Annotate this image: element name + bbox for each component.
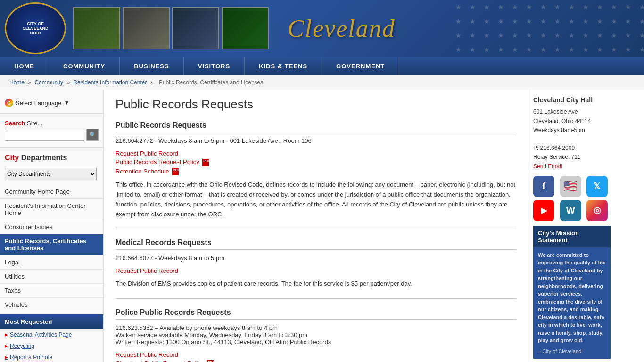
nav-kids-teens[interactable]: KIDS & TEENS <box>245 57 322 75</box>
sidebar-item-community-home[interactable]: Community Home Page <box>0 185 103 199</box>
city-label-red: City <box>5 154 19 162</box>
city-departments-title: City Departments <box>0 150 103 166</box>
wordpress-icon[interactable]: W <box>560 200 581 221</box>
breadcrumb-sep3: » <box>150 79 155 86</box>
mission-signature: – City of Cleveland <box>538 348 606 354</box>
sidebar-item-legal[interactable]: Legal <box>0 255 103 270</box>
breadcrumb-community[interactable]: Community <box>34 79 63 86</box>
request-public-record-link-1[interactable]: Request Public Record <box>116 150 516 157</box>
sidebar-item-utilities[interactable]: Utilities <box>0 270 103 284</box>
search-strong: Search <box>5 120 25 127</box>
nav-home[interactable]: HOME <box>0 57 49 75</box>
nav-community[interactable]: COMMUNITY <box>49 57 120 75</box>
logo-text: CITY OF CLEVELAND OHIO <box>22 21 48 35</box>
mission-text: We are committed to improving the qualit… <box>538 251 606 345</box>
main-nav: HOME COMMUNITY BUSINESS VISITORS KIDS & … <box>0 57 644 75</box>
city-hall-relay: Relay Service: 711 <box>533 153 611 162</box>
right-sidebar: Cleveland City Hall 601 Lakeside Ave Cle… <box>528 90 615 362</box>
request-public-record-link-3[interactable]: Request Public Record <box>116 351 516 358</box>
most-requested-recycling[interactable]: Recycling <box>0 340 103 352</box>
section-public-records: Public Records Requests 216.664.2772 - W… <box>116 121 516 219</box>
most-requested-header: Most Requested <box>0 314 103 329</box>
sidebar-item-taxes[interactable]: Taxes <box>0 284 103 298</box>
mission-title: City's Mission Statement <box>533 226 611 247</box>
sidebar-divider-1 <box>0 113 103 114</box>
police-records-contact: 216.623.5352 – Available by phone weekda… <box>116 324 516 346</box>
header-photos <box>73 7 269 49</box>
most-requested-pothole[interactable]: Report a Pothole <box>0 352 103 362</box>
nav-business[interactable]: BUSINESS <box>120 57 183 75</box>
police-records-title: Police Public Records Requests <box>116 308 516 320</box>
city-hall-phone: P: 216.664.2000 <box>533 144 611 153</box>
breadcrumb-sep2: » <box>66 79 71 86</box>
city-hall-hours: Weekdays 8am-5pm <box>533 126 611 135</box>
rock-hall-photo <box>172 7 219 49</box>
search-label: Search Site... <box>0 116 103 129</box>
divider-2 <box>116 298 516 299</box>
section-police-records: Police Public Records Requests 216.623.5… <box>116 308 516 362</box>
sidebar-item-public-records[interactable]: Public Records, Certificates and License… <box>0 234 103 255</box>
page-title: Public Records Requests <box>116 97 516 112</box>
language-selector[interactable]: G Select Language ▼ <box>0 95 103 111</box>
section-medical-records: Medical Records Requests 216.664.6077 - … <box>116 239 516 289</box>
pdf-icon-1: PDF <box>202 159 209 166</box>
city-hall-info: Cleveland City Hall 601 Lakeside Ave Cle… <box>533 95 611 171</box>
search-row: 🔍 <box>0 129 103 145</box>
social-icons-grid: f 🇺🇸 𝕏 ▶ W ◎ <box>533 176 611 221</box>
request-public-record-link-2[interactable]: Request Public Record <box>116 267 516 274</box>
youtube-icon[interactable]: ▶ <box>533 200 554 221</box>
pdf-icon-3: PDF <box>207 360 214 362</box>
city-hall-address1: 601 Lakeside Ave <box>533 107 611 116</box>
search-input[interactable] <box>5 129 84 141</box>
lang-dropdown-arrow[interactable]: ▼ <box>64 99 70 106</box>
city-title: Cleveland <box>288 15 396 42</box>
facebook-icon[interactable]: f <box>533 176 554 197</box>
search-site-label: Site... <box>27 120 42 127</box>
city-departments-dropdown[interactable]: City Departments <box>5 168 97 180</box>
sidebar-divider-2 <box>0 147 103 148</box>
mission-statement-box: City's Mission Statement We are committe… <box>533 226 611 359</box>
search-button[interactable]: 🔍 <box>86 129 99 141</box>
medical-records-body: The Division of EMS provides copies of p… <box>116 279 516 289</box>
public-records-contact: 216.664.2772 - Weekdays 8 am to 5 pm - 6… <box>116 137 516 144</box>
city-hall-name: Cleveland City Hall <box>533 95 611 105</box>
breadcrumb-sep1: » <box>28 79 33 86</box>
retention-schedule-link[interactable]: Retention Schedule PDF <box>116 168 516 176</box>
stars-background <box>455 0 644 57</box>
breadcrumb-home[interactable]: Home <box>9 79 25 86</box>
public-records-body: This office, in accordance with the Ohio… <box>116 180 516 219</box>
main-content: Public Records Requests Public Records R… <box>104 90 528 362</box>
city-hall-email-link[interactable]: Send Email <box>533 163 562 170</box>
instagram-icon[interactable]: ◎ <box>586 200 608 221</box>
sidebar-item-vehicles[interactable]: Vehicles <box>0 298 103 312</box>
main-layout: G Select Language ▼ Search Site... 🔍 Cit… <box>0 90 644 362</box>
public-records-policy-link[interactable]: Public Records Request Policy PDF <box>116 158 516 166</box>
header: CITY OF CLEVELAND OHIO Cleveland <box>0 0 644 57</box>
medical-records-contact: 216.664.6077 - Weekdays 8 am to 5 pm <box>116 255 516 262</box>
breadcrumb-residents[interactable]: Residents Information Center <box>73 79 147 86</box>
nav-visitors[interactable]: VISITORS <box>184 57 245 75</box>
left-sidebar: G Select Language ▼ Search Site... 🔍 Cit… <box>0 90 104 362</box>
breadcrumb-current: Public Records, Certificates and License… <box>159 79 263 86</box>
cleveland-public-request-policy-link[interactable]: Cleveland Public Request Policy PDF <box>116 360 516 362</box>
google-icon: G <box>5 99 13 107</box>
us-flag-icon[interactable]: 🇺🇸 <box>560 176 581 197</box>
medical-records-title: Medical Records Requests <box>116 239 516 250</box>
sidebar-item-residents-home[interactable]: Resident's Information Center Home <box>0 199 103 220</box>
city-logo: CITY OF CLEVELAND OHIO <box>5 2 66 54</box>
city-hall-address2: Cleveland, Ohio 44114 <box>533 117 611 126</box>
most-requested-seasonal[interactable]: Seasonal Activities Page <box>0 329 103 340</box>
public-records-title: Public Records Requests <box>116 121 516 132</box>
nav-government[interactable]: GOVERNMENT <box>322 57 399 75</box>
bird-sculpture-photo <box>123 7 170 49</box>
nature-photo <box>222 7 269 49</box>
select-language-label[interactable]: Select Language <box>16 99 62 107</box>
twitter-icon[interactable]: 𝕏 <box>586 176 608 197</box>
departments-label: Departments <box>21 154 67 162</box>
divider-1 <box>116 229 516 229</box>
pdf-icon-2: PDF <box>172 168 179 175</box>
sidebar-item-consumer-issues[interactable]: Consumer Issues <box>0 220 103 234</box>
breadcrumb: Home » Community » Residents Information… <box>0 75 644 90</box>
city-night-photo <box>73 7 120 49</box>
